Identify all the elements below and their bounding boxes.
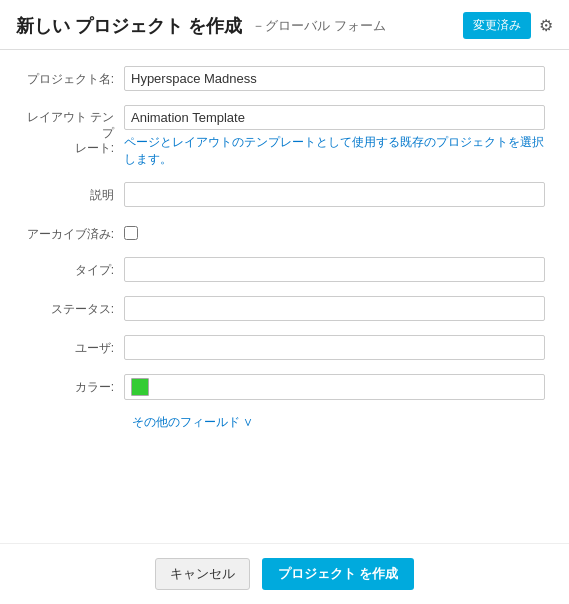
gear-icon[interactable]: ⚙ [539,16,553,35]
archive-control [124,221,545,243]
color-label: カラー: [24,374,124,396]
status-input[interactable] [124,296,545,321]
layout-template-row: レイアウト テンプ レート: ページとレイアウトのテンプレートとして使用する既存… [24,105,545,168]
project-name-input[interactable] [124,66,545,91]
user-control [124,335,545,360]
type-control [124,257,545,282]
user-label: ユーザ: [24,335,124,357]
color-row: カラー: [24,374,545,400]
status-row: ステータス: [24,296,545,321]
layout-template-input[interactable] [124,105,545,130]
color-control [124,374,545,400]
archive-row: アーカイブ済み: [24,221,545,243]
type-input[interactable] [124,257,545,282]
project-name-label: プロジェクト名: [24,66,124,88]
template-hint: ページとレイアウトのテンプレートとして使用する既存のプロジェクトを選択します。 [124,134,545,168]
status-label: ステータス: [24,296,124,318]
type-label: タイプ: [24,257,124,279]
archive-checkbox[interactable] [124,226,138,240]
footer: キャンセル プロジェクト を作成 [0,543,569,604]
cancel-button[interactable]: キャンセル [155,558,250,590]
description-label: 説明 [24,182,124,204]
header: 新しい プロジェクト を作成 －グローバル フォーム 変更済み ⚙ [0,0,569,50]
page: 新しい プロジェクト を作成 －グローバル フォーム 変更済み ⚙ プロジェクト… [0,0,569,604]
color-swatch [131,378,149,396]
user-row: ユーザ: [24,335,545,360]
changed-button[interactable]: 変更済み [463,12,531,39]
archive-label: アーカイブ済み: [24,221,124,243]
more-fields-link[interactable]: その他のフィールド ∨ [132,414,545,431]
color-swatch-wrapper[interactable] [124,374,545,400]
description-control [124,182,545,207]
create-button[interactable]: プロジェクト を作成 [262,558,415,590]
project-name-control [124,66,545,91]
description-input[interactable] [124,182,545,207]
page-subtitle: －グローバル フォーム [252,17,386,35]
page-title: 新しい プロジェクト を作成 [16,14,242,38]
layout-template-control: ページとレイアウトのテンプレートとして使用する既存のプロジェクトを選択します。 [124,105,545,168]
user-input[interactable] [124,335,545,360]
layout-template-label: レイアウト テンプ レート: [24,105,124,157]
project-name-row: プロジェクト名: [24,66,545,91]
status-control [124,296,545,321]
description-row: 説明 [24,182,545,207]
form-area: プロジェクト名: レイアウト テンプ レート: ページとレイアウトのテンプレート… [0,50,569,543]
type-row: タイプ: [24,257,545,282]
